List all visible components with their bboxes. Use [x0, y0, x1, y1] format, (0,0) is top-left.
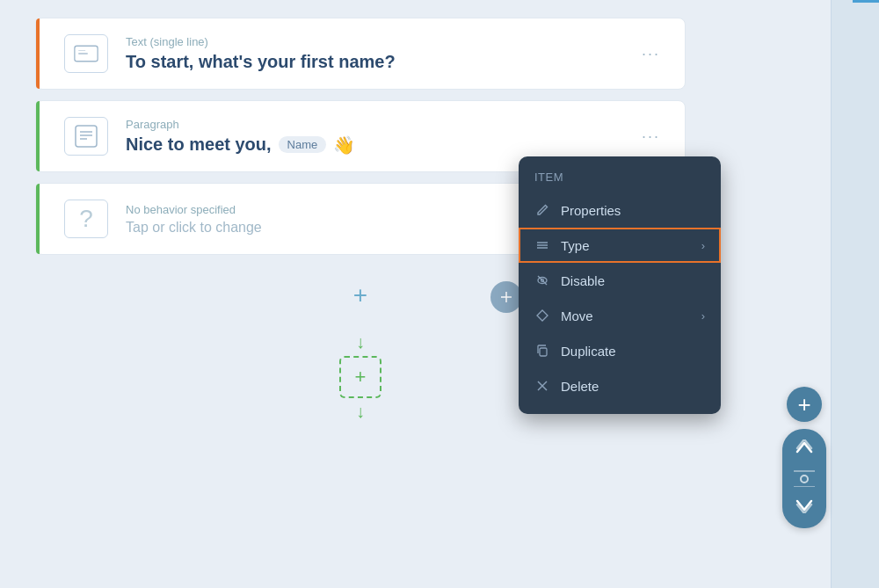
menu-item-properties[interactable]: Properties: [519, 192, 721, 228]
lines-icon: [534, 237, 550, 253]
nav-center-dot: [800, 475, 809, 483]
menu-item-delete[interactable]: Delete: [519, 368, 721, 403]
eye-off-icon: [534, 272, 550, 288]
item-1-content: Text (single line) To start, what's your…: [126, 35, 635, 72]
wave-emoji: 👋: [333, 134, 355, 156]
context-menu: Item Properties Type ›: [519, 156, 721, 414]
drop-arrow: ↓: [356, 332, 365, 352]
add-item-button[interactable]: +: [345, 279, 376, 311]
type-chevron: ›: [701, 239, 705, 252]
nav-up-chevron[interactable]: [789, 436, 819, 463]
svg-rect-3: [76, 126, 97, 147]
question-icon: ?: [64, 200, 108, 238]
left-border-1: [36, 18, 40, 89]
item-2-text: Nice to meet you, Name 👋: [126, 134, 635, 156]
paragraph-icon: [64, 117, 108, 156]
form-item-1: Text (single line) To start, what's your…: [35, 18, 686, 90]
item-1-text: To start, what's your first name?: [126, 52, 635, 72]
fab-plus-icon: +: [797, 393, 810, 416]
fab-add-button[interactable]: +: [787, 387, 822, 422]
menu-properties-label: Properties: [561, 203, 621, 218]
context-menu-header: Item: [519, 167, 721, 192]
nav-line-bottom: [794, 486, 815, 488]
svg-rect-14: [540, 348, 547, 356]
menu-item-disable[interactable]: Disable: [519, 263, 721, 298]
menu-item-type[interactable]: Type ›: [519, 228, 721, 263]
copy-icon: [534, 343, 550, 359]
right-sidebar: [831, 0, 879, 588]
more-options-1[interactable]: ···: [635, 41, 667, 67]
menu-duplicate-label: Duplicate: [561, 344, 616, 359]
item-2-type: Paragraph: [126, 118, 635, 131]
nav-down-chevron[interactable]: [789, 494, 819, 521]
menu-move-label: Move: [561, 309, 593, 323]
floating-panel: +: [782, 387, 826, 528]
menu-item-duplicate[interactable]: Duplicate: [519, 333, 721, 368]
name-badge: Name: [279, 136, 327, 153]
menu-type-label: Type: [561, 238, 590, 253]
left-border-3: [36, 184, 40, 254]
move-chevron: ›: [701, 309, 705, 323]
svg-marker-13: [537, 310, 548, 321]
diamond-icon: [534, 308, 550, 323]
drop-box: +: [339, 356, 381, 398]
nav-line-top: [794, 470, 815, 472]
text-input-icon: [64, 34, 108, 73]
sidebar-accent: [853, 0, 879, 3]
left-border-2: [36, 101, 40, 171]
x-icon: [534, 378, 550, 394]
drop-arrow-bottom: ↓: [356, 402, 365, 422]
item-2-content: Paragraph Nice to meet you, Name 👋: [126, 118, 635, 156]
menu-disable-label: Disable: [561, 273, 605, 288]
item-1-type: Text (single line): [126, 35, 635, 48]
menu-item-move[interactable]: Move ›: [519, 298, 721, 333]
nav-pill: [782, 429, 826, 528]
circle-button[interactable]: [490, 281, 522, 313]
menu-delete-label: Delete: [561, 379, 599, 394]
pencil-icon: [534, 202, 550, 218]
more-options-2[interactable]: ···: [635, 124, 667, 149]
